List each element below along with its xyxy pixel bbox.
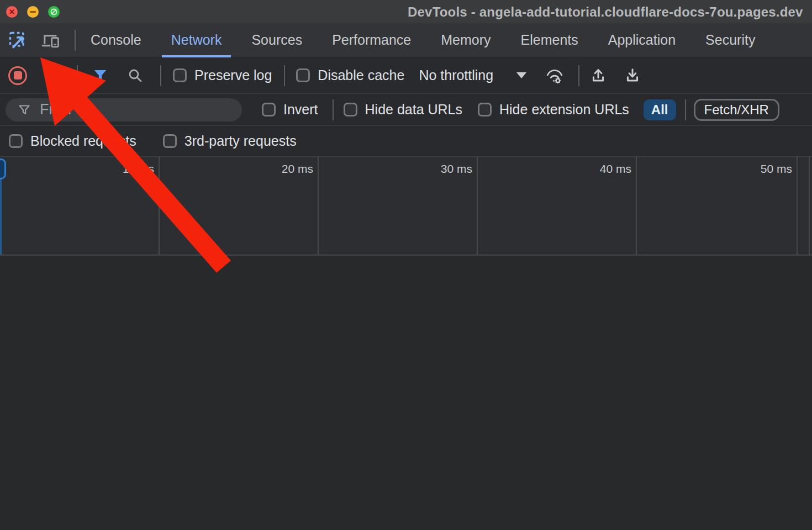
toggle-device-toolbar-button[interactable] xyxy=(40,30,61,51)
minimize-icon xyxy=(30,11,36,13)
wifi-gear-icon xyxy=(545,67,564,84)
import-har-button[interactable] xyxy=(589,67,607,84)
disable-cache-checkbox[interactable]: Disable cache xyxy=(296,67,404,83)
tick-label: 50 ms xyxy=(709,162,792,176)
toolbar-separator xyxy=(578,65,579,86)
network-conditions-button[interactable] xyxy=(545,67,564,84)
close-window-button[interactable]: ✕ xyxy=(6,6,18,18)
gridline-50ms xyxy=(797,157,798,255)
traffic-lights: ✕ xyxy=(6,6,60,18)
upload-icon xyxy=(589,67,607,84)
blocked-requests-checkbox[interactable]: Blocked requests xyxy=(9,133,136,149)
tab-security[interactable]: Security xyxy=(690,23,770,57)
throttling-select[interactable]: No throttling xyxy=(419,67,526,83)
clear-network-log-button[interactable] xyxy=(44,67,61,84)
overview-selection-line xyxy=(0,179,2,255)
inspect-cursor-icon xyxy=(8,30,28,50)
download-icon xyxy=(624,67,641,84)
close-icon: ✕ xyxy=(9,8,15,15)
tab-sources[interactable]: Sources xyxy=(236,23,317,57)
checkbox-box xyxy=(9,134,23,148)
toolbar-separator xyxy=(77,65,78,86)
tab-elements[interactable]: Elements xyxy=(506,23,593,57)
window-title: DevTools - angela-add-tutorial.cloudflar… xyxy=(408,4,803,20)
filter-input[interactable] xyxy=(40,101,228,118)
device-toolbar-icon xyxy=(41,30,61,50)
tick-label: 20 ms xyxy=(230,162,313,176)
checkbox-box xyxy=(296,68,310,82)
tab-memory[interactable]: Memory xyxy=(426,23,505,57)
tick-label: 10 ms xyxy=(71,162,154,176)
invert-checkbox[interactable]: Invert xyxy=(262,102,318,118)
stop-recording-icon xyxy=(14,71,22,80)
chevron-down-icon xyxy=(516,72,526,78)
hide-data-urls-checkbox[interactable]: Hide data URLs xyxy=(344,102,462,118)
request-type-fetch-xhr-chip[interactable]: Fetch/XHR xyxy=(694,99,779,121)
network-overview-timeline[interactable]: 10 ms 20 ms 30 ms 40 ms 50 ms xyxy=(0,157,812,256)
export-har-button[interactable] xyxy=(624,67,641,84)
third-party-requests-checkbox[interactable]: 3rd-party requests xyxy=(163,133,297,149)
checkbox-box xyxy=(173,68,187,82)
checkbox-box xyxy=(478,103,492,116)
filter-input-wrapper[interactable] xyxy=(6,98,242,121)
tab-network[interactable]: Network xyxy=(156,23,237,57)
zoom-window-button[interactable] xyxy=(48,6,60,18)
hide-extension-urls-checkbox[interactable]: Hide extension URLs xyxy=(478,102,629,118)
overview-selection-handle[interactable] xyxy=(0,158,6,179)
preserve-log-checkbox[interactable]: Preserve log xyxy=(173,67,272,83)
tick-label: 40 ms xyxy=(549,162,631,176)
network-log-panel: Recording network activity… Perform a re… xyxy=(0,257,812,530)
network-toolbar: Preserve log Disable cache No throttling xyxy=(0,57,812,94)
tab-application[interactable]: Application xyxy=(593,23,690,57)
network-filter-bar: Invert Hide data URLs Hide extension URL… xyxy=(0,94,812,126)
checkbox-box xyxy=(344,103,357,116)
overview-right-edge xyxy=(809,157,810,255)
filterbar-separator xyxy=(685,99,686,120)
tab-console[interactable]: Console xyxy=(76,23,156,57)
inspect-element-button[interactable] xyxy=(7,30,28,51)
network-filter-bar-2: Blocked requests 3rd-party requests xyxy=(0,126,812,157)
gridline-40ms xyxy=(636,157,637,255)
tick-label: 30 ms xyxy=(389,162,472,176)
record-network-log-button[interactable] xyxy=(8,66,27,85)
filterbar-separator xyxy=(333,99,334,120)
window-titlebar: ✕ DevTools - angela-add-tutorial.cloudfl… xyxy=(0,0,812,23)
minimize-window-button[interactable] xyxy=(27,6,39,18)
tab-performance[interactable]: Performance xyxy=(317,23,426,57)
search-button[interactable] xyxy=(128,68,143,83)
gridline-10ms xyxy=(159,157,160,255)
search-icon xyxy=(128,68,143,83)
checkbox-box xyxy=(163,134,177,148)
filter-funnel-icon xyxy=(93,68,108,83)
toolbar-separator xyxy=(160,65,161,86)
checkbox-box xyxy=(262,103,276,116)
clear-icon xyxy=(44,67,61,84)
filter-funnel-outline-icon xyxy=(18,103,31,116)
fullscreen-disabled-icon xyxy=(48,6,60,18)
request-type-all-chip[interactable]: All xyxy=(644,99,676,120)
filter-toggle-button[interactable] xyxy=(93,68,108,83)
devtools-tabbar: Console Network Sources Performance Memo… xyxy=(0,23,812,57)
gridline-30ms xyxy=(477,157,478,255)
gridline-20ms xyxy=(318,157,319,255)
toolbar-separator xyxy=(284,65,285,86)
